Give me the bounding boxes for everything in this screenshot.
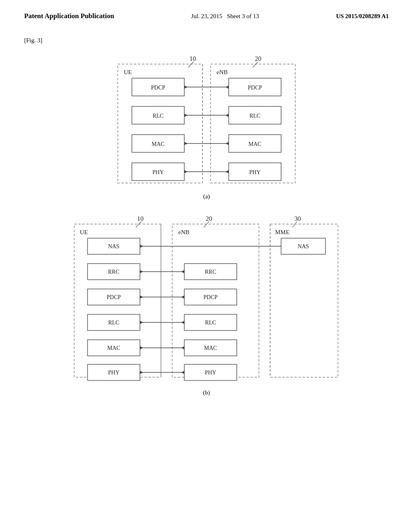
svg-text:10: 10 (137, 215, 144, 222)
svg-text:PDCP: PDCP (151, 85, 165, 91)
svg-line-38 (136, 222, 141, 227)
svg-marker-29 (225, 142, 229, 145)
svg-text:RRC: RRC (205, 269, 216, 275)
svg-marker-62 (140, 270, 143, 273)
svg-marker-83 (140, 346, 143, 349)
svg-marker-63 (181, 270, 184, 273)
svg-text:PHY: PHY (205, 370, 216, 376)
svg-marker-90 (140, 371, 143, 374)
diagram-a-svg: 10 20 UE eNB PDCP PDCP (102, 52, 311, 189)
main-content: [Fig. 3] 10 20 UE eNB (0, 21, 413, 396)
svg-text:PHY: PHY (249, 169, 261, 175)
svg-text:RLC: RLC (108, 320, 119, 326)
svg-marker-22 (225, 114, 229, 117)
date: Jul. 23, 2015 (191, 13, 223, 19)
svg-text:PDCP: PDCP (106, 294, 121, 300)
svg-marker-77 (181, 321, 184, 324)
svg-text:PDCP: PDCP (248, 85, 262, 91)
svg-text:UE: UE (80, 229, 88, 235)
svg-marker-69 (140, 295, 143, 299)
svg-text:20: 20 (255, 55, 261, 62)
svg-marker-15 (225, 85, 229, 89)
svg-text:PDCP: PDCP (203, 294, 217, 300)
diagram-b-svg: 10 20 30 UE eNB MME N (65, 212, 348, 385)
svg-text:PHY: PHY (108, 370, 119, 376)
svg-text:MAC: MAC (152, 141, 165, 147)
svg-marker-84 (181, 346, 184, 349)
svg-text:NAS: NAS (298, 243, 309, 249)
diagram-b-section: 10 20 30 UE eNB MME N (24, 212, 389, 396)
svg-text:eNB: eNB (217, 69, 228, 75)
date-sheet: Jul. 23, 2015 Sheet 3 of 13 (191, 11, 259, 20)
diagram-a-section: 10 20 UE eNB PDCP PDCP (24, 52, 389, 200)
diagram-b-wrapper: 10 20 30 UE eNB MME N (24, 212, 389, 385)
diagram-b-caption: (b) (24, 389, 389, 396)
svg-marker-36 (225, 170, 229, 173)
diagram-a-wrapper: 10 20 UE eNB PDCP PDCP (24, 52, 389, 189)
svg-text:RLC: RLC (249, 113, 260, 119)
svg-marker-28 (184, 142, 188, 145)
sheet: Sheet 3 of 13 (227, 13, 259, 19)
svg-text:eNB: eNB (178, 229, 190, 235)
svg-text:30: 30 (294, 215, 301, 222)
svg-line-3 (253, 62, 258, 67)
svg-text:MAC: MAC (204, 345, 217, 351)
svg-text:MME: MME (275, 229, 290, 235)
svg-text:PHY: PHY (152, 169, 164, 175)
svg-text:NAS: NAS (108, 243, 119, 249)
diagram-a-caption: (a) (24, 193, 389, 200)
svg-marker-91 (181, 371, 184, 374)
svg-text:RRC: RRC (108, 269, 119, 275)
svg-marker-76 (140, 321, 143, 324)
svg-text:MAC: MAC (107, 345, 120, 351)
figure-label: [Fig. 3] (24, 37, 389, 44)
svg-marker-35 (184, 170, 188, 173)
svg-text:RLC: RLC (152, 113, 163, 119)
publication-title: Patent Application Publication (24, 11, 114, 21)
svg-text:MAC: MAC (248, 141, 261, 147)
svg-marker-14 (184, 85, 188, 89)
svg-text:10: 10 (190, 55, 196, 62)
patent-number: US 2015/0208289 A1 (336, 11, 389, 20)
svg-text:UE: UE (124, 69, 132, 75)
svg-line-1 (188, 62, 194, 67)
svg-marker-21 (184, 114, 188, 117)
page-header: Patent Application Publication Jul. 23, … (0, 0, 413, 21)
svg-marker-56 (140, 245, 143, 248)
svg-marker-70 (181, 295, 184, 299)
svg-text:RLC: RLC (205, 320, 216, 326)
svg-line-42 (292, 222, 297, 227)
svg-line-40 (204, 222, 209, 227)
svg-text:20: 20 (206, 215, 212, 222)
